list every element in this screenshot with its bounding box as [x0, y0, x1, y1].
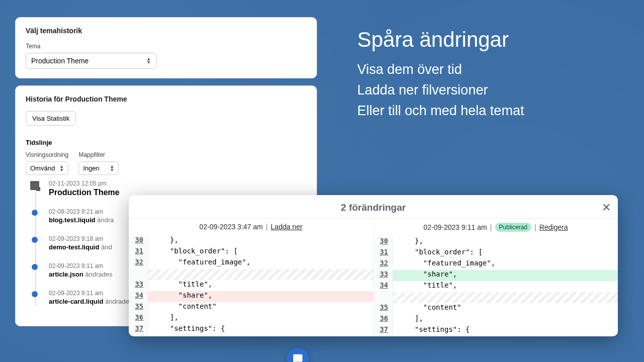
download-link[interactable]: Ladda ner [271, 223, 302, 231]
sort-label: Visningsordning [26, 151, 68, 158]
line-number: 36 [129, 313, 148, 324]
line-number: 32 [374, 259, 393, 270]
code-row: 32 "featured_image", [374, 259, 618, 270]
chat-icon [292, 353, 303, 362]
code-text: "block_order": [ [148, 247, 373, 258]
diff-modal: 2 förändringar ✕ 02-09-2023 3:47 am | La… [129, 195, 618, 336]
dot-marker-icon [32, 291, 38, 297]
timeline-filename: blog.test.liquid [49, 216, 95, 224]
line-number: 31 [129, 247, 148, 258]
diff-title: 2 förändringar [341, 202, 406, 213]
diff-code-right: 30 },31 "block_order": [32 "featured_ima… [374, 237, 618, 336]
promo-headline: Spåra ändringar [357, 28, 524, 52]
code-row: 34 "share", [129, 291, 373, 302]
code-row: 34 "title", [374, 281, 618, 292]
code-text: "title", [148, 280, 373, 291]
promo-line: Ladda ner filversioner [357, 82, 524, 98]
code-text: "featured_image", [393, 259, 618, 270]
timeline-filename: demo-test.liquid [49, 243, 99, 251]
timeline-suffix: ändrades [84, 270, 113, 278]
line-number: 36 [374, 314, 393, 325]
code-row: 33 "share", [374, 270, 618, 281]
code-text: "block_order": [ [393, 248, 618, 259]
timeline-date: 02-11-2023 12:05 pm [49, 180, 306, 187]
code-row: 31 "block_order": [ [374, 248, 618, 259]
line-number: 37 [129, 324, 148, 335]
code-row: 36 ], [129, 313, 373, 324]
dot-marker-icon [32, 210, 38, 216]
timeline-item[interactable]: 02-11-2023 12:05 pmProduction Theme [49, 180, 306, 197]
code-row: 30 }, [129, 236, 373, 247]
theme-select-value: Production Theme [31, 57, 89, 65]
diff-right-timestamp: 02-09-2023 9:11 am [424, 223, 487, 231]
line-number: 35 [374, 303, 393, 314]
sort-value: Omvänd [30, 164, 55, 172]
filter-value: Ingen [83, 164, 100, 172]
code-text: "content" [393, 303, 618, 314]
timeline-filename: article.json [49, 270, 84, 278]
code-row: 32 "featured_image", [129, 258, 373, 269]
close-icon[interactable]: ✕ [602, 201, 611, 214]
chevron-updown-icon: ▲▼ [110, 165, 114, 172]
timeline-suffix: ändra [95, 216, 114, 224]
edit-link[interactable]: Redigera [539, 223, 568, 231]
line-number: 34 [374, 281, 393, 292]
choose-history-card: Välj temahistorik Tema Production Theme … [15, 17, 317, 78]
timeline-heading: Tidslinje [26, 139, 306, 146]
diff-header: 2 förändringar ✕ [129, 195, 618, 218]
theme-select[interactable]: Production Theme ▲▼ [26, 53, 156, 69]
line-number: 30 [129, 236, 148, 247]
code-row [129, 269, 373, 280]
code-text: "featured_image", [148, 258, 373, 269]
dot-marker-icon [32, 264, 38, 270]
stats-button[interactable]: Visa Statistik [26, 111, 76, 126]
diff-left-timestamp: 02-09-2023 3:47 am [199, 223, 263, 231]
code-text: "content" [148, 302, 373, 313]
code-row: 36 ], [374, 314, 618, 325]
code-text: ], [393, 314, 618, 325]
code-row: 35 "content" [129, 302, 373, 313]
line-number [129, 269, 148, 280]
diff-right-col: 02-09-2023 9:11 am | Publicerad | Redige… [374, 218, 618, 336]
line-number: 32 [129, 258, 148, 269]
theme-marker-icon [30, 181, 39, 190]
code-text: }, [393, 237, 618, 248]
line-number: 31 [374, 248, 393, 259]
choose-history-title: Välj temahistorik [26, 27, 306, 35]
code-row: 33 "title", [129, 280, 373, 291]
code-text: "title", [393, 281, 618, 292]
line-number: 30 [374, 237, 393, 248]
code-text: }, [148, 236, 373, 247]
line-number: 37 [374, 325, 393, 336]
timeline-filename: article-card.liquid [49, 298, 103, 305]
code-row: 30 }, [374, 237, 618, 248]
timeline-controls: Visningsordning Omvänd ▲▼ Mappfilter Ing… [26, 151, 306, 175]
line-number: 33 [374, 270, 393, 281]
filter-label: Mappfilter [78, 151, 119, 158]
promo-line: Eller till och med hela temat [357, 103, 524, 119]
code-text: "share", [393, 270, 618, 281]
diff-left-col: 02-09-2023 3:47 am | Ladda ner 30 },31 "… [129, 218, 374, 336]
line-number: 34 [129, 291, 148, 302]
line-number: 35 [129, 302, 148, 313]
code-text: "share", [148, 291, 373, 302]
code-row [374, 292, 618, 303]
published-badge: Publicerad [495, 223, 532, 232]
code-row: 37 "settings": { [129, 324, 373, 335]
diff-code-left: 30 },31 "block_order": [32 "featured_ima… [129, 236, 373, 335]
code-text: "settings": { [393, 325, 618, 336]
filter-select[interactable]: Ingen ▲▼ [78, 161, 119, 175]
timeline-line [35, 185, 36, 306]
history-title: Historia för Production Theme [26, 95, 306, 103]
chevron-updown-icon: ▲▼ [146, 57, 151, 64]
code-row: 31 "block_order": [ [129, 247, 373, 258]
code-text: ], [148, 313, 373, 324]
code-text [148, 269, 373, 280]
promo-text: Spåra ändringar Visa dem över tid Ladda … [357, 28, 524, 124]
sort-select[interactable]: Omvänd ▲▼ [26, 161, 68, 175]
timeline-suffix: änd [99, 243, 112, 251]
line-number: 33 [129, 280, 148, 291]
code-text [393, 292, 618, 303]
code-text: "settings": { [148, 324, 373, 335]
chevron-updown-icon: ▲▼ [59, 165, 64, 172]
